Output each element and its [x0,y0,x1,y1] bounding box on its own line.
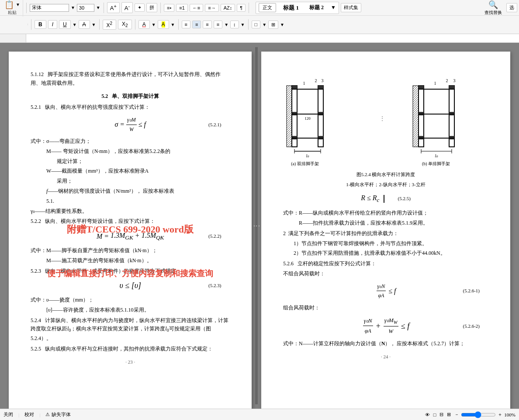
strikethrough-dropdown[interactable]: ▼ [92,22,96,27]
para-521-W2: 采用； [31,177,230,186]
review-button[interactable]: 校对 [24,411,34,418]
right-page: 1 2 3 l₀ [261,52,510,409]
para-523-vb: [υ]——容许挠度，应按本标准表5.1.10采用。 [31,306,230,315]
statusbar-right: 👁 □ ⊟ ⊞ － ＋ 100% [425,411,516,418]
highlight-button[interactable]: A [158,20,169,29]
missing-font-label: 缺失字体 [52,411,71,418]
paste-icon[interactable]: 📋 [4,0,14,10]
page-num-left: · 23 · [31,358,230,366]
para-524: 5.2.4 计算纵向、横向水平杆的内力与挠度时，纵向水平杆宜接三跨连续梁计算，计… [31,316,230,343]
justify-button[interactable]: ≡ [214,21,222,28]
svg-text:3: 3 [453,78,456,83]
font-name-dropdown[interactable]: ▼ [71,5,75,10]
svg-rect-15 [287,86,292,147]
eye-icon[interactable]: 👁 [425,412,430,417]
numbered-list-button[interactable]: ≡1 [176,4,188,12]
layout1-button[interactable]: □ [433,412,436,417]
align-center-button[interactable]: ≡ [192,21,201,28]
fig-subcaption: 1-横向水平杆；2-纵向水平杆；3-立杆 [283,180,488,189]
para-522-Mq: M——施工荷载产生的弯矩标准值（kN·m）。 [31,257,230,265]
clear-format-button[interactable]: ✦ [135,3,145,12]
find-replace-label: 查找替换 [484,10,502,16]
search-icon: 🔍 [488,0,498,10]
svg-rect-6 [318,86,323,89]
line-spacing-dropdown[interactable]: ▼ [241,22,245,27]
svg-text:l₀: l₀ [306,153,310,158]
para-525-Rc: R——扣件抗滑承载力设计值，应按本标准表5.1.9采用。 [283,219,488,228]
formula-525: R ≤ Rc (5.2.5) [283,192,488,205]
svg-rect-29 [449,86,454,89]
sep2 [104,3,104,13]
svg-text:3: 3 [322,78,324,83]
style-h1[interactable]: 标题 1 [280,3,302,13]
italic-button[interactable]: I [48,20,57,29]
warning-icon: ⚠ [45,412,50,417]
close-button[interactable]: 关闭 [3,411,13,418]
underline-dropdown[interactable]: ▼ [73,22,77,27]
para-5112: 5.1.12 脚手架应按正常搭设和正常使用条件进行设计，可不计入短暂作用、偶然作… [31,70,230,88]
font-color-dropdown[interactable]: ▼ [152,22,156,27]
sort-button[interactable]: AZ↕ [221,4,235,12]
bulleted-list-button[interactable]: ≡• [164,4,174,12]
superscript-button[interactable]: X2 [103,20,117,30]
bold-button[interactable]: B [35,20,46,29]
para-526: 5.2.6 立杆的稳定性应按下列公式计算： [283,260,488,268]
decrease-font-button[interactable]: A- [121,2,133,13]
page-drag-handle[interactable]: ⋮ [255,47,258,404]
sep5 [31,19,31,30]
find-replace-group[interactable]: 🔍 查找替换 [482,0,505,17]
decrease-indent-button[interactable]: ←≡ [190,4,203,12]
styles-dropdown[interactable]: ▼ [331,4,336,11]
layout3-button[interactable]: ⊞ [447,412,451,417]
increase-font-button[interactable]: A+ [107,2,120,13]
increase-indent-button[interactable]: ≡→ [205,4,218,12]
zoom-out-button[interactable]: － [454,411,459,418]
highlight-dropdown[interactable]: ▼ [171,22,175,27]
style-normal[interactable]: 正文 [259,3,276,12]
sep9 [248,19,249,30]
drag-dots-icon: ⋮ [253,222,261,229]
select-button[interactable]: 选 [506,3,517,12]
para-521-f2: 5.1. [31,197,230,206]
paste-label: 粘贴 [8,10,17,16]
para-521: 5.2.1 纵向、横向水平杆的抗弯强度应按下式计算： [31,103,230,112]
underline-button[interactable]: U [59,20,71,29]
line-spacing-button[interactable]: ↕ [230,21,239,28]
shading-button[interactable]: □ [252,21,261,28]
borders-button[interactable]: ⊞ [268,21,278,29]
formula-tag-5262: (5.2.6-2) [463,322,480,330]
phonetic-button[interactable]: 拼 [146,3,157,12]
divider-line [384,195,384,203]
borders-dropdown[interactable]: ▼ [280,22,284,27]
ruler: // This won't execute inline, so we'll d… [0,34,519,43]
font-color-button[interactable]: A [138,20,150,29]
formula-tag-5261: (5.2.6-1) [463,287,480,295]
zoom-in-button[interactable]: ＋ [498,411,502,418]
missing-font-warning[interactable]: ⚠ 缺失字体 [45,411,71,418]
toolbar-row1: 📋 ▼ 粘贴 ▼ ▼ A+ A- ✦ 拼 ≡• ≡1 ←≡ ≡→ AZ↕ ¶ 正… [0,0,519,16]
align-dropdown[interactable]: ▼ [224,22,228,27]
svg-text:1: 1 [303,81,305,86]
svg-rect-38 [413,86,419,147]
strikethrough-button[interactable]: A [79,20,90,29]
scaffold-svg: 1 2 3 l₀ [283,73,488,169]
show-marks-button[interactable]: ¶ [237,4,246,12]
zoom-slider[interactable] [461,411,496,418]
font-size-dropdown[interactable]: ▼ [96,5,100,10]
svg-text:2: 2 [446,78,448,83]
shading-dropdown[interactable]: ▼ [262,22,266,27]
page-num-right: · 24 · [283,353,488,361]
style-set-button[interactable]: 样式集 [341,3,361,12]
align-right-button[interactable]: ≡ [203,21,211,28]
svg-text:2: 2 [315,78,317,83]
layout2-button[interactable]: ⊟ [439,412,443,417]
para-521-f: f——钢材的抗弯强度设计值（N/mm²）， 应按本标准表 [31,187,230,196]
font-size-input[interactable] [77,4,94,12]
svg-rect-2 [292,86,297,89]
style-h2[interactable]: 标题 2 [306,3,327,12]
styles-group: 正文 标题 1 标题 2 ▼ [256,2,339,14]
paste-dropdown[interactable]: ▼ [16,2,20,7]
subscript-button[interactable]: X2 [118,20,132,29]
font-name-input[interactable] [30,4,69,12]
align-left-button[interactable]: ≡ [182,21,190,28]
